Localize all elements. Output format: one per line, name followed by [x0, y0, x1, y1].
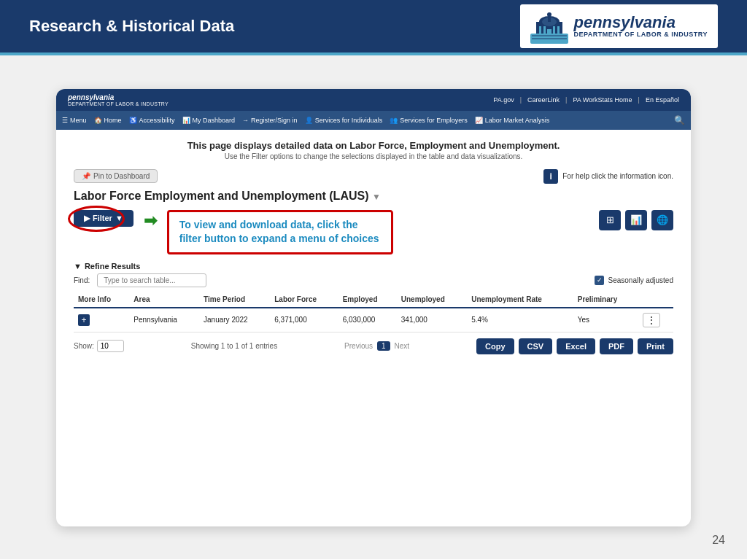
- next-page-button[interactable]: Next: [395, 342, 410, 350]
- inner-nav-top: pennsylvania DEPARTMENT OF LABOR & INDUS…: [56, 89, 691, 111]
- svg-rect-12: [547, 29, 551, 34]
- nav-link-workstats[interactable]: PA WorkStats Home: [573, 96, 632, 104]
- pa-capitol-icon: [530, 9, 568, 44]
- slide-body: This page displays detailed data on Labo…: [56, 130, 691, 366]
- pin-icon: 📌: [82, 172, 90, 180]
- cell-actions: ⋮: [638, 308, 673, 332]
- callout-box: To view and download data, click the fil…: [167, 210, 393, 254]
- page-1-button[interactable]: 1: [377, 341, 390, 351]
- page-intro-main: This page displays detailed data on Labo…: [74, 140, 673, 151]
- chart-view-button[interactable]: 📊: [625, 210, 647, 230]
- svg-point-7: [547, 12, 551, 17]
- show-wrap: Show: 10 25 50 100: [74, 340, 124, 352]
- action-buttons: Copy CSV Excel PDF Print: [476, 338, 673, 354]
- menu-item-register[interactable]: → Register/Sign in: [242, 117, 298, 124]
- refine-caret-icon: ▼: [74, 262, 82, 271]
- menu-item-individuals[interactable]: 👤 Services for Individuals: [305, 117, 383, 124]
- excel-button[interactable]: Excel: [557, 338, 595, 354]
- slide-title: Research & Historical Data: [29, 17, 234, 36]
- menu-icon: ☰: [62, 117, 68, 124]
- individual-icon: 👤: [305, 117, 313, 124]
- inner-nav-logo: pennsylvania DEPARTMENT OF LABOR & INDUS…: [68, 93, 169, 106]
- home-icon: 🏠: [94, 117, 102, 124]
- col-employed: Employed: [338, 292, 397, 308]
- table-row: + Pennsylvania January 2022 6,371,000 6,…: [74, 308, 673, 332]
- table-icon: ⊞: [606, 214, 614, 225]
- col-actions: [638, 292, 673, 308]
- svg-rect-2: [532, 38, 567, 39]
- cell-more-info: +: [74, 308, 129, 332]
- filter-button-wrap: ▶ Filter ▼: [74, 210, 133, 227]
- chart-icon: 📈: [475, 117, 483, 124]
- page-number: 24: [712, 534, 725, 547]
- svg-rect-8: [539, 26, 541, 34]
- nav-link-espanol[interactable]: En Español: [646, 96, 679, 104]
- menu-item-lma[interactable]: 📈 Labor Market Analysis: [475, 117, 550, 124]
- show-label: Show:: [74, 342, 94, 350]
- data-table: More Info Area Time Period Labor Force E…: [74, 292, 673, 332]
- cell-preliminary: Yes: [573, 308, 638, 332]
- expand-row-button[interactable]: +: [78, 314, 90, 326]
- slide-card: pennsylvania DEPARTMENT OF LABOR & INDUS…: [56, 89, 691, 526]
- pagination: Previous 1 Next: [344, 341, 409, 351]
- table-search-input[interactable]: [97, 273, 206, 287]
- laus-title: Labor Force Employment and Unemployment …: [74, 190, 673, 203]
- register-icon: →: [242, 117, 249, 124]
- col-more-info: More Info: [74, 292, 129, 308]
- filter-callout-row: ▶ Filter ▼ ➡ To view and download data, …: [74, 210, 673, 254]
- menu-item-home[interactable]: 🏠 Home: [94, 117, 122, 124]
- find-row: Find: ✓ Seasonally adjusted: [74, 273, 673, 287]
- table-controls: Show: 10 25 50 100 Showing 1 to 1 of 1 e…: [74, 338, 673, 354]
- pa-logo-container: pennsylvania DEPARTMENT OF LABOR & INDUS…: [520, 4, 719, 48]
- cell-unemployment-rate: 5.4%: [467, 308, 573, 332]
- search-button[interactable]: 🔍: [674, 115, 685, 125]
- show-entries-select[interactable]: 10 25 50 100: [97, 340, 124, 352]
- refine-results-label: ▼ Refine Results: [74, 262, 673, 271]
- menu-item-accessibility[interactable]: ♿ Accessibility: [129, 117, 175, 124]
- cell-employed: 6,030,000: [338, 308, 397, 332]
- dashboard-icon: 📊: [182, 117, 190, 124]
- menu-item-dashboard[interactable]: 📊 My Dashboard: [182, 117, 236, 124]
- bar-chart-icon: 📊: [630, 214, 642, 225]
- row-actions-button[interactable]: ⋮: [643, 313, 660, 327]
- pin-row: 📌 Pin to Dashboard i For help click the …: [74, 169, 673, 184]
- menu-item-menu[interactable]: ☰ Menu: [62, 117, 87, 124]
- globe-icon: 🌐: [657, 214, 668, 225]
- pa-logo-dept: DEPARTMENT OF LABOR & INDUSTRY: [574, 31, 708, 38]
- svg-rect-10: [553, 26, 555, 34]
- col-unemployed: Unemployed: [397, 292, 467, 308]
- info-icon[interactable]: i: [543, 169, 558, 184]
- copy-button[interactable]: Copy: [476, 338, 514, 354]
- globe-view-button[interactable]: 🌐: [651, 210, 673, 230]
- pdf-button[interactable]: PDF: [600, 338, 633, 354]
- seasonally-row: ✓ Seasonally adjusted: [595, 276, 673, 285]
- pin-to-dashboard-button[interactable]: 📌 Pin to Dashboard: [74, 169, 158, 183]
- filter-caret-icon: ▶: [84, 214, 90, 223]
- nav-link-careerlink[interactable]: CareerLink: [527, 96, 560, 104]
- menu-item-employers[interactable]: 👥 Services for Employers: [390, 117, 468, 124]
- accessibility-icon: ♿: [129, 117, 137, 124]
- nav-link-pagov[interactable]: PA.gov: [493, 96, 514, 104]
- help-text: i For help click the information icon.: [543, 169, 673, 184]
- entries-text: Showing 1 to 1 of 1 entries: [191, 342, 277, 350]
- filter-funnel-icon: ▼: [115, 214, 123, 222]
- main-content: pennsylvania DEPARTMENT OF LABOR & INDUS…: [0, 55, 747, 559]
- pa-logo-text: pennsylvania DEPARTMENT OF LABOR & INDUS…: [574, 15, 708, 38]
- filter-button[interactable]: ▶ Filter ▼: [74, 210, 133, 227]
- col-unemployment-rate: Unemployment Rate: [467, 292, 573, 308]
- svg-rect-11: [557, 26, 560, 34]
- inner-nav-links: PA.gov | CareerLink | PA WorkStats Home …: [493, 96, 679, 104]
- page-intro: This page displays detailed data on Labo…: [74, 140, 673, 160]
- csv-button[interactable]: CSV: [519, 338, 553, 354]
- top-header: Research & Historical Data: [0, 0, 747, 52]
- find-label: Find:: [74, 276, 90, 284]
- table-view-button[interactable]: ⊞: [599, 210, 621, 230]
- previous-page-button[interactable]: Previous: [344, 342, 373, 350]
- page-intro-sub: Use the Filter options to change the sel…: [74, 152, 673, 160]
- inner-menu-bar: ☰ Menu 🏠 Home ♿ Accessibility 📊 My Dashb…: [56, 111, 691, 130]
- col-area: Area: [129, 292, 199, 308]
- seasonally-label: Seasonally adjusted: [608, 276, 673, 284]
- print-button[interactable]: Print: [638, 338, 673, 354]
- seasonally-checkbox[interactable]: ✓: [595, 276, 604, 285]
- col-labor-force: Labor Force: [270, 292, 338, 308]
